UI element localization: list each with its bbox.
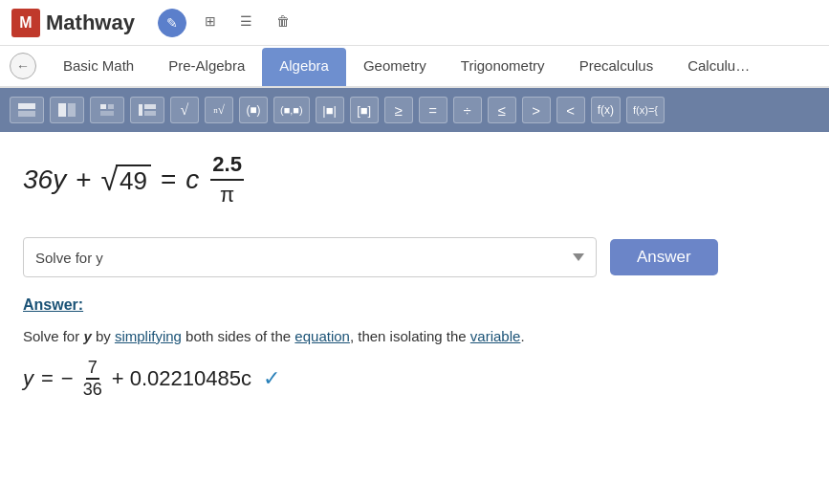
toolbar-bracket[interactable]: [■]: [350, 97, 379, 123]
nav-item-trigonometry[interactable]: Trigonometry: [444, 48, 562, 86]
svg-rect-8: [144, 104, 156, 109]
svg-rect-9: [144, 111, 156, 116]
toolbar-diag-fraction[interactable]: [50, 97, 84, 123]
equation-link[interactable]: equation: [295, 328, 350, 344]
svg-rect-7: [139, 104, 142, 116]
toolbar-interval[interactable]: (■,■): [273, 97, 310, 123]
header-icons: ✎ ⊞ ☰ 🗑: [158, 9, 295, 37]
svg-rect-5: [108, 104, 114, 109]
answer-heading: Answer:: [23, 296, 806, 314]
nav-item-basic-math[interactable]: Basic Math: [46, 48, 151, 86]
solve-mid: both sides of the: [182, 328, 295, 344]
svg-rect-4: [100, 104, 106, 109]
plus-sign: +: [76, 164, 91, 195]
variable-c: c: [185, 164, 199, 195]
answer-button[interactable]: Answer: [610, 239, 718, 275]
result-numerator: 7: [86, 358, 99, 380]
doc-icon[interactable]: ☰: [234, 9, 259, 33]
toolbar-abs-value[interactable]: |■|: [316, 97, 344, 123]
result-minus: −: [61, 366, 74, 391]
variable-link[interactable]: variable: [470, 328, 521, 344]
nav-item-precalculus[interactable]: Precalculus: [562, 48, 671, 86]
toolbar-lt[interactable]: <: [556, 97, 585, 123]
svg-rect-0: [18, 103, 35, 109]
nav-item-calculus[interactable]: Calculu…: [670, 48, 767, 86]
result-denominator: 36: [81, 380, 104, 400]
math-expression-area: 36y + √ 49 = c 2.5 π: [0, 132, 829, 228]
toolbar-lte[interactable]: ≤: [488, 97, 516, 123]
toolbar-paren[interactable]: (■): [239, 97, 268, 123]
math-toolbar: √ n√ (■) (■,■) |■| [■] ≥ = ÷ ≤ > < f(x) …: [0, 88, 829, 132]
solve-variable: y: [83, 328, 91, 344]
toolbar-gt[interactable]: >: [522, 97, 551, 123]
result-line: y = − 7 36 + 0.02210485c ✓: [23, 358, 806, 400]
header: M Mathway ✎ ⊞ ☰ 🗑: [0, 0, 829, 46]
subject-nav: ← Basic Math Pre-Algebra Algebra Geometr…: [0, 46, 829, 88]
solve-then: , then isolating the: [350, 328, 470, 344]
nav-item-geometry[interactable]: Geometry: [346, 48, 444, 86]
sqrt-radicand: 49: [116, 164, 151, 196]
result-fraction: 7 36: [81, 358, 104, 400]
nav-item-pre-algebra[interactable]: Pre-Algebra: [151, 48, 262, 86]
fraction-denominator: π: [218, 181, 236, 208]
solve-dropdown[interactable]: Solve for y Solve for c: [23, 237, 597, 277]
controls-area: Solve for y Solve for c Answer: [0, 228, 829, 296]
solve-explanation: Solve for y by simplifying both sides of…: [23, 325, 806, 348]
toolbar-small-fraction[interactable]: [90, 97, 124, 123]
result-suffix: + 0.02210485c: [112, 366, 251, 391]
toolbar-equals[interactable]: =: [419, 97, 447, 123]
checkmark-icon: ✓: [263, 366, 280, 391]
toolbar-gte[interactable]: ≥: [384, 97, 413, 123]
answer-section: Answer: Solve for y by simplifying both …: [0, 296, 829, 419]
math-expression: 36y + √ 49 = c 2.5 π: [23, 152, 246, 208]
result-equals: =: [41, 366, 54, 391]
trash-icon[interactable]: 🗑: [271, 9, 295, 33]
simplifying-link[interactable]: simplifying: [115, 328, 182, 344]
result-y-eq: y: [23, 366, 33, 391]
toolbar-fx-def[interactable]: f(x)={: [626, 97, 665, 123]
nav-back-button[interactable]: ←: [10, 53, 36, 79]
svg-rect-6: [100, 111, 114, 116]
logo: M Mathway: [11, 9, 135, 37]
logo-icon: M: [11, 9, 40, 37]
toolbar-div[interactable]: ÷: [453, 97, 482, 123]
solve-prefix: Solve for: [23, 328, 83, 344]
svg-rect-1: [18, 111, 35, 117]
toolbar-fx[interactable]: f(x): [591, 97, 621, 123]
solve-by: by: [92, 328, 115, 344]
toolbar-mixed-fraction[interactable]: [130, 97, 164, 123]
svg-rect-2: [58, 103, 66, 117]
fraction-numerator: 2.5: [210, 152, 244, 181]
fraction-2.5-pi: 2.5 π: [210, 152, 244, 208]
svg-rect-3: [68, 103, 76, 117]
logo-text: Mathway: [46, 11, 135, 35]
grid-icon[interactable]: ⊞: [198, 9, 223, 33]
pencil-icon-button[interactable]: ✎: [158, 9, 186, 37]
solve-period: .: [520, 328, 524, 344]
toolbar-nth-root[interactable]: n√: [205, 97, 233, 123]
toolbar-sqrt[interactable]: √: [170, 97, 199, 123]
equals-sign: =: [161, 164, 176, 195]
sqrt-49: √ 49: [101, 164, 151, 196]
term-36y: 36y: [23, 164, 66, 195]
toolbar-full-fraction[interactable]: [10, 97, 44, 123]
nav-item-algebra[interactable]: Algebra: [262, 48, 346, 86]
